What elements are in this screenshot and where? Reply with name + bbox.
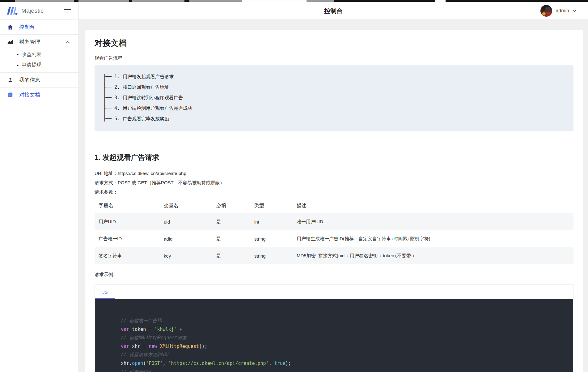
method-line: 请求方式：POST 或 GET（推荐POST，不容易被劫持或屏蔽） (95, 179, 573, 186)
avatar (540, 5, 552, 17)
chevron-up-icon (66, 39, 70, 45)
section-heading: 1. 发起观看广告请求 (95, 153, 573, 162)
col-header: 类型 (250, 198, 293, 213)
chart-icon (7, 39, 14, 45)
table-row: 签名字符串 key 是 string MD5加密: 拼接方式(uid + 用户签… (95, 247, 573, 264)
col-header: 变量名 (160, 198, 212, 213)
table-row: 用户UID uid 是 int 唯一用户UID (95, 213, 573, 230)
sidebar-header: Majestic (0, 2, 78, 20)
params-table: 字段名 变量名 必填 类型 描述 用户UID uid 是 int (95, 198, 573, 264)
doc-card: 对接文档 观看广告流程 ├── 1. 用户端发起观看广告请求│├── 2. 接口… (85, 30, 583, 372)
top-header: 控制台 admin (79, 2, 588, 20)
tab-js[interactable]: JS (95, 285, 115, 299)
user-menu[interactable]: admin (540, 2, 576, 20)
flow-label: 观看广告流程 (95, 55, 573, 61)
menu-toggle-icon[interactable] (64, 8, 71, 14)
logo[interactable]: Majestic (6, 6, 44, 15)
sidebar-nav: 控制台 财务管理 收益列表 申请提现 (0, 20, 78, 102)
sidebar-item-label: 对接文档 (19, 91, 40, 98)
logo-text: Majestic (21, 7, 44, 14)
url-line: URL地址：https://cs.dkewl.cn/api/create.php (95, 170, 573, 177)
params-label: 请求参数： (95, 189, 573, 195)
sidebar-subitem-income-list[interactable]: 收益列表 (0, 49, 78, 60)
sidebar-item-my-info[interactable]: 我的信息 (0, 73, 78, 87)
chevron-down-icon (573, 10, 576, 12)
sidebar-subitem-withdraw[interactable]: 申请提现 (0, 60, 78, 70)
col-header: 描述 (293, 198, 573, 213)
home-icon (7, 24, 14, 30)
logo-icon (6, 6, 19, 15)
sidebar-item-label: 财务管理 (19, 38, 40, 45)
example-label: 请求示例: (95, 272, 573, 278)
sidebar-item-label: 控制台 (19, 24, 35, 31)
table-row: 广告唯一ID adid 是 string 用户端生成唯一广告ID(推荐：自定义自… (95, 230, 573, 247)
doc-title: 对接文档 (95, 38, 573, 49)
user-icon (7, 77, 14, 83)
sidebar: Majestic 控制台 财务管理 (0, 2, 79, 372)
sidebar-item-finance[interactable]: 财务管理 (0, 35, 78, 49)
page-title: 控制台 (79, 2, 588, 20)
user-name: admin (556, 8, 569, 14)
app-window: Majestic 控制台 财务管理 (0, 2, 588, 372)
sidebar-item-label: 我的信息 (19, 76, 40, 83)
col-header: 字段名 (95, 198, 160, 213)
sidebar-item-docs[interactable]: 对接文档 (0, 88, 78, 102)
content-area: 对接文档 观看广告流程 ├── 1. 用户端发起观看广告请求│├── 2. 接口… (79, 20, 588, 372)
code-example-card: JS // 创建唯一广告IDvar token = 'khwlkj' +// 创… (95, 284, 573, 372)
table-header-row: 字段名 变量名 必填 类型 描述 (95, 198, 573, 213)
document-icon (7, 92, 14, 98)
code-tabbar: JS (95, 285, 573, 299)
flow-diagram: ├── 1. 用户端发起观看广告请求│├── 2. 接口返回观看广告地址│├──… (95, 65, 573, 131)
sidebar-item-dashboard[interactable]: 控制台 (0, 20, 78, 34)
section-divider (95, 145, 573, 145)
col-header: 必填 (212, 198, 250, 213)
code-block: // 创建唯一广告IDvar token = 'khwlkj' +// 创建XM… (95, 299, 573, 372)
